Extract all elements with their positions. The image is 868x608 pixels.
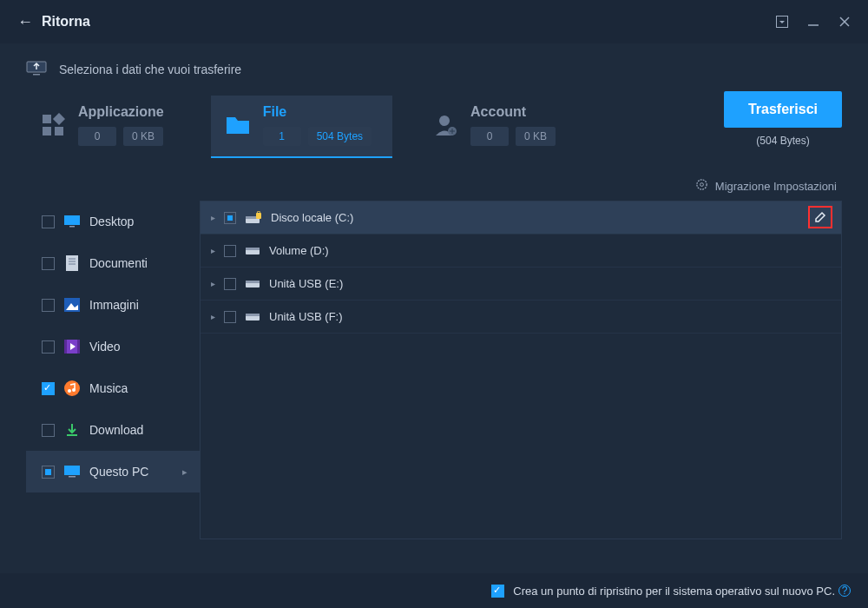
- checkbox[interactable]: [224, 278, 236, 290]
- transfer-button[interactable]: Trasferisci: [724, 91, 842, 128]
- drive-list: ▸ Disco locale (C:) ▸ Volume (D:) ▸: [200, 201, 842, 539]
- tabs-row: Applicazione 0 0 KB File 1 504 Bytes Acc…: [0, 96, 868, 156]
- svg-rect-30: [64, 466, 80, 475]
- checkbox[interactable]: [42, 215, 55, 228]
- svg-rect-37: [246, 248, 260, 250]
- pc-icon: [63, 463, 81, 480]
- sidebar-item-label: Questo PC: [89, 465, 148, 479]
- svg-point-28: [72, 388, 76, 392]
- sidebar-item-documents[interactable]: Documenti: [26, 242, 200, 284]
- transfer-area: Trasferisci (504 Bytes): [724, 91, 842, 147]
- sidebar-item-label: Immagini: [89, 298, 139, 312]
- tab-size: 0 KB: [123, 127, 163, 146]
- minimize-icon[interactable]: [807, 16, 819, 28]
- tab-count: 0: [470, 127, 509, 146]
- sidebar-item-images[interactable]: Immagini: [26, 284, 200, 326]
- svg-rect-5: [33, 74, 40, 76]
- svg-rect-6: [43, 115, 51, 123]
- svg-point-12: [697, 180, 707, 189]
- sidebar-item-label: Documenti: [89, 256, 148, 270]
- expand-icon[interactable]: ▸: [211, 312, 215, 321]
- svg-point-27: [68, 389, 71, 393]
- back-arrow-icon[interactable]: ←: [17, 13, 33, 31]
- tab-file[interactable]: File 1 504 Bytes: [211, 96, 392, 156]
- tab-label: Account: [470, 104, 556, 120]
- svg-rect-35: [258, 211, 260, 214]
- folder-icon: [225, 112, 251, 138]
- svg-rect-8: [43, 127, 51, 135]
- drive-label: Unità USB (F:): [269, 310, 343, 323]
- monitor-upload-icon: [26, 59, 47, 81]
- window-controls: [776, 16, 851, 28]
- disk-icon: [245, 245, 260, 257]
- subheader: Seleziona i dati che vuoi trasferire: [0, 43, 868, 96]
- drive-label: Disco locale (C:): [271, 211, 353, 224]
- expand-icon[interactable]: ▸: [211, 213, 215, 222]
- restore-point-checkbox[interactable]: [491, 585, 504, 598]
- usb-icon: [245, 278, 260, 290]
- titlebar: ← Ritorna: [0, 0, 868, 43]
- footer-label: Crea un punto di ripristino per il siste…: [513, 585, 835, 598]
- checkbox[interactable]: [42, 257, 55, 270]
- disk-locked-icon: [245, 211, 262, 225]
- tab-application[interactable]: Applicazione 0 0 KB: [26, 96, 185, 156]
- svg-point-26: [64, 380, 80, 396]
- checkbox[interactable]: [42, 299, 55, 312]
- drive-row[interactable]: ▸ Unità USB (E:): [201, 268, 841, 301]
- download-icon: [63, 421, 81, 439]
- svg-rect-14: [64, 215, 80, 225]
- svg-rect-31: [69, 476, 76, 478]
- drive-row[interactable]: ▸ Volume (D:): [201, 235, 841, 268]
- sidebar-item-label: Musica: [89, 381, 128, 395]
- svg-rect-16: [66, 255, 78, 271]
- desktop-icon: [63, 213, 81, 230]
- sidebar-item-label: Desktop: [89, 215, 134, 228]
- sidebar-item-this-pc[interactable]: Questo PC ▸: [26, 451, 200, 492]
- svg-point-13: [700, 183, 703, 187]
- checkbox[interactable]: [42, 424, 55, 437]
- sidebar-item-download[interactable]: Download: [26, 409, 200, 451]
- expand-icon[interactable]: ▸: [211, 246, 215, 255]
- sidebar-item-label: Download: [89, 423, 143, 437]
- migration-settings-link[interactable]: Migrazione Impostazioni: [0, 178, 868, 194]
- tab-count: 0: [78, 127, 116, 146]
- tab-label: File: [263, 104, 372, 120]
- checkbox[interactable]: [42, 382, 55, 395]
- close-icon[interactable]: [838, 16, 851, 28]
- drive-label: Volume (D:): [269, 244, 329, 257]
- checkbox[interactable]: [224, 245, 236, 257]
- edit-button[interactable]: [808, 206, 832, 228]
- sidebar-item-video[interactable]: Video: [26, 326, 200, 367]
- settings-link-label: Migrazione Impostazioni: [715, 180, 837, 193]
- svg-rect-23: [64, 340, 67, 354]
- expand-icon[interactable]: ▸: [211, 279, 215, 288]
- dropdown-icon[interactable]: [776, 16, 788, 28]
- sidebar-item-desktop[interactable]: Desktop: [26, 201, 200, 242]
- tab-count: 1: [263, 127, 301, 146]
- svg-point-10: [439, 116, 450, 126]
- sidebar-item-label: Video: [89, 340, 121, 354]
- svg-rect-41: [246, 314, 260, 316]
- checkbox[interactable]: [224, 311, 236, 323]
- tab-size: 0 KB: [516, 127, 556, 146]
- svg-rect-39: [246, 281, 260, 283]
- svg-rect-7: [53, 113, 65, 125]
- footer: Crea un punto di ripristino per il siste…: [0, 573, 868, 608]
- transfer-size: (504 Bytes): [724, 135, 842, 147]
- gear-icon: [695, 178, 708, 194]
- music-icon: [63, 380, 81, 397]
- checkbox[interactable]: [42, 340, 55, 354]
- tab-account[interactable]: Account 0 0 KB: [418, 96, 576, 156]
- help-icon[interactable]: ?: [838, 585, 851, 597]
- page-title: Ritorna: [42, 14, 90, 30]
- main-area: Desktop Documenti Immagini Video Musica …: [0, 201, 868, 539]
- drive-label: Unità USB (E:): [269, 277, 343, 290]
- sidebar-item-music[interactable]: Musica: [26, 367, 200, 409]
- images-icon: [63, 296, 81, 314]
- checkbox[interactable]: [224, 212, 236, 224]
- sidebar: Desktop Documenti Immagini Video Musica …: [26, 201, 200, 539]
- apps-icon: [40, 112, 66, 138]
- checkbox[interactable]: [42, 466, 55, 479]
- drive-row[interactable]: ▸ Disco locale (C:): [201, 202, 841, 235]
- drive-row[interactable]: ▸ Unità USB (F:): [201, 301, 841, 334]
